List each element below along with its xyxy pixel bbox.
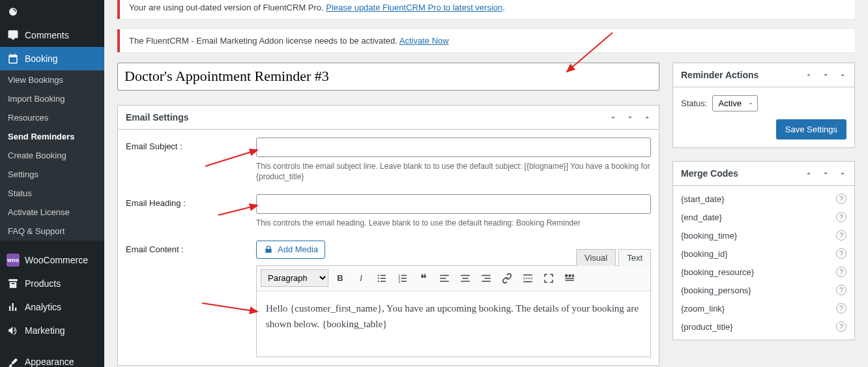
- merge-code-item[interactable]: {booking_resource}?: [673, 263, 854, 281]
- help-icon[interactable]: ?: [836, 303, 846, 314]
- sidebar-sub-settings[interactable]: Settings: [0, 165, 104, 184]
- svg-rect-27: [565, 278, 574, 279]
- sidebar-item-booking[interactable]: Booking: [0, 47, 104, 70]
- sidebar-item-analytics[interactable]: Analytics: [0, 295, 104, 319]
- align-right-icon[interactable]: [477, 269, 495, 287]
- sidebar-item-comments[interactable]: Comments: [0, 23, 104, 47]
- sidebar-sub-import-booking[interactable]: Import Booking: [0, 89, 104, 108]
- bold-icon[interactable]: B: [331, 269, 349, 287]
- merge-code-item[interactable]: {zoom_link}?: [673, 299, 854, 317]
- sidebar-sub-faq-support[interactable]: FAQ & Support: [0, 222, 104, 241]
- toggle-icon[interactable]: [639, 110, 655, 125]
- svg-rect-12: [440, 275, 449, 276]
- save-settings-button[interactable]: Save Settings: [776, 119, 846, 139]
- panel-title: Merge Codes: [673, 162, 801, 185]
- svg-point-0: [378, 274, 379, 276]
- help-icon[interactable]: ?: [836, 267, 846, 277]
- heading-label: Email Heading :: [126, 194, 256, 208]
- toggle-icon[interactable]: [835, 67, 850, 83]
- visual-tab[interactable]: Visual: [576, 249, 616, 266]
- help-icon[interactable]: ?: [836, 230, 846, 241]
- quote-icon[interactable]: ❝: [414, 269, 433, 287]
- sidebar-sub-view-bookings[interactable]: View Bookings: [0, 70, 104, 89]
- move-down-icon[interactable]: [818, 67, 833, 83]
- subject-input[interactable]: [256, 138, 651, 157]
- status-select[interactable]: Active: [712, 95, 758, 111]
- sidebar-sub-create-booking[interactable]: Create Booking: [0, 146, 104, 165]
- help-icon[interactable]: ?: [836, 285, 846, 295]
- text-tab[interactable]: Text: [618, 249, 651, 266]
- svg-rect-9: [401, 278, 407, 279]
- sidebar-sub-resources[interactable]: Resources: [0, 108, 104, 127]
- number-list-icon[interactable]: 123: [394, 269, 412, 287]
- sidebar-sub-activate-license[interactable]: Activate License: [0, 203, 104, 222]
- help-icon[interactable]: ?: [836, 248, 846, 259]
- editor-content[interactable]: Hello {customer_first_name}, You have an…: [257, 291, 650, 357]
- svg-rect-22: [523, 278, 532, 279]
- svg-rect-5: [381, 281, 386, 282]
- sidebar-label: Appearance: [25, 357, 74, 367]
- svg-point-4: [378, 280, 379, 282]
- merge-code-item[interactable]: {booking_time}?: [673, 226, 854, 244]
- fullscreen-icon[interactable]: [540, 269, 558, 287]
- sidebar-sub-send-reminders[interactable]: Send Reminders: [0, 127, 104, 146]
- svg-rect-1: [381, 275, 386, 276]
- align-center-icon[interactable]: [456, 269, 474, 287]
- sidebar-item-products[interactable]: Products: [0, 272, 104, 295]
- svg-rect-25: [569, 274, 571, 277]
- svg-text:3: 3: [398, 280, 400, 284]
- panel-title: Email Settings: [118, 106, 605, 129]
- title-input[interactable]: [117, 63, 659, 91]
- svg-rect-23: [523, 281, 532, 282]
- merge-code-item[interactable]: {booking_persons}?: [673, 281, 854, 299]
- sidebar-item-dashboard[interactable]: [0, 0, 104, 23]
- svg-rect-24: [565, 274, 568, 277]
- email-settings-panel: Email Settings Email Subject : This cont…: [117, 105, 659, 366]
- update-link[interactable]: Please update FluentCRM Pro to latest ve…: [326, 3, 502, 12]
- status-label: Status:: [681, 98, 707, 108]
- sidebar-label: Comments: [25, 30, 69, 40]
- gauge-icon: [7, 5, 20, 18]
- move-up-icon[interactable]: [801, 67, 817, 83]
- svg-rect-7: [401, 275, 407, 276]
- sidebar-sub-status[interactable]: Status: [0, 184, 104, 203]
- woo-icon: woo: [7, 254, 20, 267]
- merge-code-item[interactable]: {start_date}?: [673, 190, 854, 208]
- heading-input[interactable]: [256, 194, 651, 214]
- bullet-list-icon[interactable]: [373, 269, 391, 287]
- sidebar-label: Booking: [25, 53, 58, 64]
- read-more-icon[interactable]: [519, 269, 537, 287]
- svg-rect-14: [440, 281, 449, 282]
- merge-code-item[interactable]: {product_title}?: [673, 317, 854, 336]
- align-left-icon[interactable]: [435, 269, 454, 287]
- sidebar-item-appearance[interactable]: Appearance: [0, 350, 104, 367]
- help-icon[interactable]: ?: [836, 321, 846, 332]
- sidebar-item-marketing[interactable]: Marketing: [0, 319, 104, 342]
- merge-code-item[interactable]: {booking_id}?: [673, 244, 854, 263]
- link-icon[interactable]: [498, 269, 516, 287]
- notice-license: The FluentCRM - Email Marketing Addon li…: [117, 29, 855, 52]
- svg-rect-11: [401, 281, 407, 282]
- activate-link[interactable]: Activate Now: [399, 36, 449, 46]
- svg-rect-28: [565, 280, 574, 281]
- toggle-icon[interactable]: [835, 166, 850, 181]
- help-icon[interactable]: ?: [836, 212, 846, 222]
- help-icon[interactable]: ?: [836, 194, 846, 204]
- main-content: Your are using out-dated version of Flue…: [104, 0, 868, 367]
- move-down-icon[interactable]: [622, 110, 638, 125]
- move-up-icon[interactable]: [605, 110, 621, 125]
- toolbar-toggle-icon[interactable]: [560, 269, 579, 287]
- move-up-icon[interactable]: [801, 166, 817, 181]
- sidebar-item-woocommerce[interactable]: woo WooCommerce: [0, 248, 104, 272]
- merge-code-item[interactable]: {end_date}?: [673, 208, 854, 226]
- add-media-button[interactable]: Add Media: [256, 241, 325, 259]
- editor-toolbar: Paragraph B I 123 ❝: [257, 266, 650, 291]
- italic-icon[interactable]: I: [352, 269, 370, 287]
- svg-rect-17: [461, 281, 470, 282]
- move-down-icon[interactable]: [818, 166, 833, 181]
- format-select[interactable]: Paragraph: [261, 269, 328, 287]
- svg-rect-16: [463, 278, 469, 279]
- reminder-actions-panel: Reminder Actions Status: Active: [673, 63, 855, 148]
- sidebar-label: Marketing: [25, 325, 65, 336]
- notice-outdated: Your are using out-dated version of Flue…: [117, 0, 855, 19]
